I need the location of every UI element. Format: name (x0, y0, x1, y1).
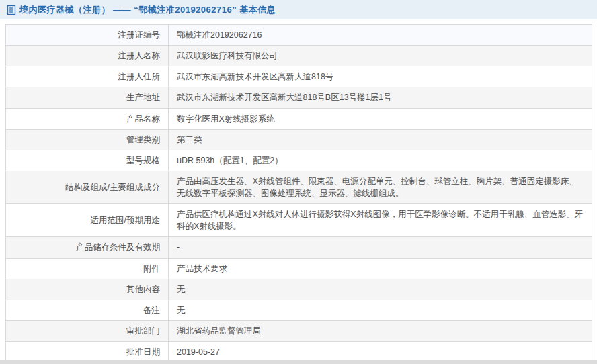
registration-info-table: 注册证编号鄂械注准20192062716注册人名称武汉联影医疗科技有限公司注册人… (5, 24, 592, 364)
row-label: 注册证编号 (6, 25, 169, 46)
row-label: 结构及组成/主要组成成分 (6, 171, 169, 203)
row-value: 第二类 (169, 129, 592, 150)
row-label: 批准日期 (6, 342, 169, 363)
row-value: 武汉市东湖新技术开发区高新大道818号B区13号楼1层1号 (169, 87, 592, 108)
table-row: 管理类别第二类 (6, 129, 592, 150)
row-label: 其他内容 (6, 279, 169, 300)
row-value: 数字化医用X射线摄影系统 (169, 108, 592, 129)
table-row: 其他内容无 (6, 279, 592, 300)
row-value: 无 (169, 300, 592, 320)
table-row: 注册证编号鄂械注准20192062716 (6, 25, 592, 46)
page-header: 境内医疗器械（注册） —— “鄂械注准20192062716” 基本信息 (0, 0, 597, 19)
table-row: 备注无 (6, 300, 592, 320)
row-value: 产品技术要求 (169, 258, 592, 279)
row-value: 产品供医疗机构通过X射线对人体进行摄影获得X射线图像，用于医学影像诊断。不适用于… (169, 204, 592, 237)
row-value: 2019-05-27 (169, 342, 592, 363)
row-label: 注册人住所 (6, 66, 169, 87)
row-value: - (169, 237, 592, 258)
row-value: 无 (169, 279, 592, 300)
table-row: 注册人住所武汉市东湖高新技术开发区高新大道818号 (6, 66, 592, 87)
row-label: 审批部门 (6, 320, 169, 341)
row-value: 鄂械注准20192062716 (169, 25, 592, 46)
row-label: 管理类别 (6, 129, 169, 150)
row-value: 武汉市东湖高新技术开发区高新大道818号 (169, 66, 592, 87)
row-label: 型号规格 (6, 150, 169, 171)
table-row: 结构及组成/主要组成成分产品由高压发生器、X射线管组件、限束器、电源分配单元、控… (6, 171, 592, 203)
row-label: 适用范围/预期用途 (6, 204, 169, 237)
table-row: 适用范围/预期用途产品供医疗机构通过X射线对人体进行摄影获得X射线图像，用于医学… (6, 204, 592, 237)
table-row: 产品名称数字化医用X射线摄影系统 (6, 108, 592, 129)
table-row: 批准日期2019-05-27 (6, 342, 592, 363)
row-value: uDR 593h（配置1、配置2） (169, 150, 592, 171)
table-row: 型号规格uDR 593h（配置1、配置2） (6, 150, 592, 171)
table-row: 附件产品技术要求 (6, 258, 592, 279)
page-title: 境内医疗器械（注册） —— “鄂械注准20192062716” 基本信息 (19, 4, 276, 16)
row-label: 生产地址 (6, 87, 169, 108)
row-label: 产品名称 (6, 108, 169, 129)
row-value: 武汉联影医疗科技有限公司 (169, 46, 592, 66)
table-row: 生产地址武汉市东湖新技术开发区高新大道818号B区13号楼1层1号 (6, 87, 592, 108)
table-row: 产品储存条件及有效期- (6, 237, 592, 258)
page-bottom-divider (0, 360, 597, 364)
row-label: 注册人名称 (6, 46, 169, 66)
row-value: 湖北省药品监督管理局 (169, 320, 592, 341)
row-value: 产品由高压发生器、X射线管组件、限束器、电源分配单元、控制台、球管立柱、胸片架、… (169, 171, 592, 203)
row-label: 产品储存条件及有效期 (6, 237, 169, 258)
table-row: 审批部门湖北省药品监督管理局 (6, 320, 592, 341)
row-label: 附件 (6, 258, 169, 279)
table-row: 注册人名称武汉联影医疗科技有限公司 (6, 46, 592, 66)
row-label: 备注 (6, 300, 169, 320)
document-icon (7, 5, 16, 15)
